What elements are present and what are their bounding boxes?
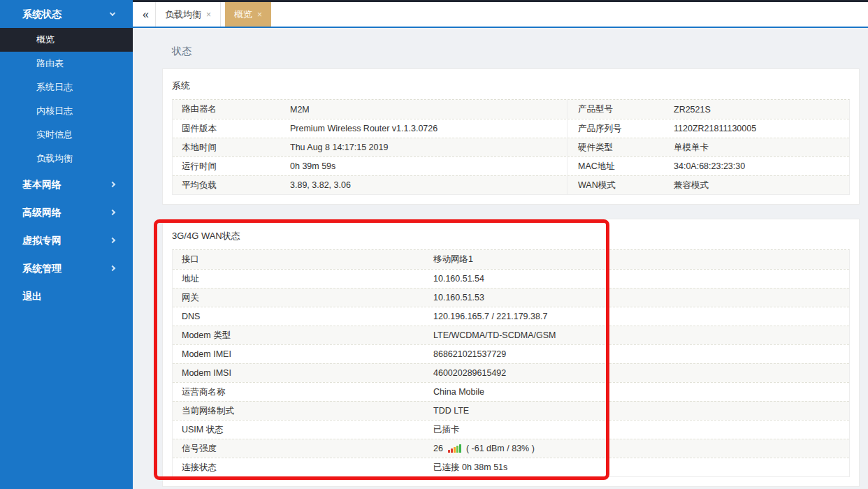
- sidebar-item-vpn[interactable]: 虚拟专网: [0, 226, 133, 254]
- system-panel: 系统 路由器名 M2M 产品型号 ZR2521S 固件版本 Premium Wi…: [162, 68, 860, 205]
- row-value: M2M: [290, 105, 567, 115]
- row-value: 120.196.165.7 / 221.179.38.7: [433, 312, 849, 321]
- row-value: 已连接 0h 38m 51s: [433, 462, 849, 474]
- table-row: 平均负载 3.89, 3.82, 3.06 WAN模式 兼容模式: [173, 175, 849, 194]
- table-row: 运行时间 0h 39m 59s MAC地址 34:0A:68:23:23:30: [173, 156, 849, 175]
- row-label: 网关: [173, 292, 433, 304]
- row-label: WAN模式: [567, 176, 674, 194]
- row-value: Premium Wireless Router v1.1.3.0726: [290, 124, 567, 133]
- row-value: 移动网络1: [433, 254, 849, 265]
- row-label: DNS: [173, 312, 433, 321]
- row-label: 路由器名: [173, 103, 290, 115]
- table-row: 当前网络制式 TDD LTE: [173, 401, 849, 420]
- row-label: 信号强度: [173, 443, 433, 455]
- row-label: USIM 状态: [173, 424, 433, 436]
- table-row: 接口 移动网络1: [173, 250, 849, 269]
- row-label: Modem IMSI: [173, 368, 433, 378]
- row-label: 连接状态: [173, 462, 433, 474]
- close-icon[interactable]: ×: [257, 10, 262, 20]
- row-value: 兼容模式: [674, 180, 849, 191]
- signal-strength-detail: ( -61 dBm / 83% ): [466, 444, 535, 453]
- sidebar-item-label: 退出: [22, 291, 42, 302]
- collapse-sidebar-button[interactable]: «: [136, 2, 156, 27]
- row-value: LTE/WCDMA/TD-SCDMA/GSM: [433, 330, 849, 340]
- row-value: 单模单卡: [674, 142, 849, 154]
- table-row: 本地时间 Thu Aug 8 14:17:15 2019 硬件类型 单模单卡: [173, 138, 849, 156]
- signal-strength-number: 26: [433, 444, 443, 453]
- sidebar-item-logout[interactable]: 退出: [0, 282, 133, 310]
- table-row: 地址 10.160.51.54: [173, 269, 849, 288]
- row-label: 产品型号: [567, 100, 674, 119]
- sidebar-item-label: 系统状态: [22, 8, 62, 20]
- wan-status-table: 接口 移动网络1 地址 10.160.51.54 网关 10.160.51.53…: [172, 249, 850, 477]
- sidebar-item-advanced-network[interactable]: 高级网络: [0, 198, 133, 226]
- row-label: 地址: [173, 273, 433, 285]
- sidebar-item-system-management[interactable]: 系统管理: [0, 254, 133, 282]
- table-row: 连接状态 已连接 0h 38m 51s: [173, 458, 849, 476]
- row-label: 硬件类型: [567, 138, 674, 156]
- sidebar-item-label: 高级网络: [22, 207, 62, 218]
- row-value: 26 ( -61 dBm / 83% ): [433, 444, 849, 453]
- row-label: 当前网络制式: [173, 405, 433, 417]
- table-row: Modem 类型 LTE/WCDMA/TD-SCDMA/GSM: [173, 326, 849, 344]
- sidebar: 系统状态 概览 路由表 系统日志 内核日志 实时信息 负载均衡 基本网络 高级网…: [0, 0, 133, 489]
- table-row: Modem IMEI 868621021537729: [173, 344, 849, 363]
- chevron-right-icon: [110, 238, 115, 243]
- chevron-down-icon: [110, 10, 115, 16]
- sidebar-item-label: 基本网络: [22, 179, 62, 190]
- row-value: 3.89, 3.82, 3.06: [290, 180, 567, 190]
- signal-bars-icon: [448, 444, 461, 453]
- row-label: Modem IMEI: [173, 349, 433, 359]
- router-admin-app: 系统状态 概览 路由表 系统日志 内核日志 实时信息 负载均衡 基本网络 高级网…: [0, 0, 868, 489]
- row-label: 平均负载: [173, 180, 290, 191]
- table-row: Modem IMSI 460020289615492: [173, 363, 849, 382]
- row-value: Thu Aug 8 14:17:15 2019: [290, 143, 567, 152]
- table-row: 固件版本 Premium Wireless Router v1.1.3.0726…: [173, 119, 849, 138]
- row-label: 固件版本: [173, 123, 290, 135]
- wan-panel-title: 3G/4G WAN状态: [163, 219, 859, 249]
- row-value: TDD LTE: [433, 406, 849, 416]
- sidebar-item-overview[interactable]: 概览: [0, 28, 133, 52]
- chevron-right-icon: [110, 265, 115, 271]
- row-label: 产品序列号: [567, 119, 674, 138]
- sidebar-item-routing-table[interactable]: 路由表: [0, 52, 133, 75]
- tab-label: 负载均衡: [165, 8, 201, 21]
- sidebar-item-basic-network[interactable]: 基本网络: [0, 170, 133, 198]
- row-value: 460020289615492: [433, 368, 849, 378]
- row-label: 接口: [173, 254, 433, 265]
- row-value: China Mobile: [433, 387, 849, 397]
- sidebar-item-label: 虚拟专网: [22, 235, 62, 246]
- close-icon[interactable]: ×: [206, 10, 211, 20]
- row-value: 已插卡: [433, 424, 849, 436]
- main-area: « 负载均衡 × 概览 × 状态 系统 路由器名 M2M 产品型号: [133, 0, 868, 489]
- row-label: 本地时间: [173, 142, 290, 154]
- sidebar-item-kernel-log[interactable]: 内核日志: [0, 99, 133, 123]
- sidebar-item-system-status[interactable]: 系统状态: [0, 0, 133, 28]
- row-value: 0h 39m 59s: [290, 161, 567, 171]
- tab-bar: « 负载均衡 × 概览 ×: [133, 2, 868, 28]
- system-table: 路由器名 M2M 产品型号 ZR2521S 固件版本 Premium Wirel…: [172, 99, 850, 195]
- system-panel-title: 系统: [163, 69, 859, 99]
- sidebar-item-system-log[interactable]: 系统日志: [0, 75, 133, 99]
- row-value: 10.160.51.53: [433, 293, 849, 302]
- content-area: 状态 系统 路由器名 M2M 产品型号 ZR2521S 固件版本 Premium…: [133, 28, 868, 489]
- sidebar-item-load-balance[interactable]: 负载均衡: [0, 147, 133, 170]
- row-value: 868621021537729: [433, 349, 849, 359]
- sidebar-item-realtime-info[interactable]: 实时信息: [0, 123, 133, 147]
- row-value: ZR2521S: [674, 105, 849, 115]
- sidebar-submenu: 概览 路由表 系统日志 内核日志 实时信息 负载均衡: [0, 28, 133, 170]
- table-row: DNS 120.196.165.7 / 221.179.38.7: [173, 307, 849, 326]
- table-row: 运营商名称 China Mobile: [173, 382, 849, 401]
- chevron-right-icon: [110, 182, 115, 187]
- page-title: 状态: [172, 45, 868, 57]
- row-label: Modem 类型: [173, 330, 433, 342]
- chevron-right-icon: [110, 210, 115, 215]
- row-value: 10.160.51.54: [433, 274, 849, 284]
- tab-overview[interactable]: 概览 ×: [225, 2, 271, 27]
- double-left-arrow-icon: «: [143, 8, 149, 21]
- row-value: 34:0A:68:23:23:30: [674, 161, 849, 171]
- row-value: 1120ZR21811130005: [674, 124, 849, 133]
- sidebar-item-label: 系统管理: [22, 263, 62, 274]
- row-label: 运行时间: [173, 161, 290, 173]
- tab-load-balance[interactable]: 负载均衡 ×: [156, 2, 221, 27]
